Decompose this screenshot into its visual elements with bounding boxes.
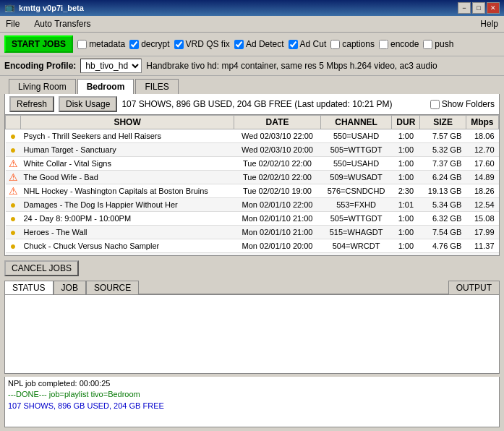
encoding-description: Handbrake tivo hd: mp4 container, same r… [146, 61, 437, 71]
encode-checkbox-group: encode [379, 39, 419, 49]
row-size: 7.54 GB [420, 226, 466, 239]
row-date: Mon 02/01/10 21:00 [234, 226, 321, 239]
tab-output[interactable]: OUTPUT [448, 281, 500, 294]
row-mbps: 15.08 [466, 212, 498, 226]
table-row[interactable]: ● House - Moving the Chains Mon 02/01/10… [6, 253, 499, 257]
captions-checkbox[interactable] [330, 40, 340, 49]
show-folders-label: Show Folders [442, 99, 495, 109]
row-icon: ● [6, 253, 21, 257]
row-show-name: NHL Hockey - Washington Capitals at Bost… [21, 184, 234, 198]
ad-cut-checkbox[interactable] [289, 40, 298, 49]
menu-help[interactable]: Help [477, 17, 501, 30]
cancel-jobs-button[interactable]: CANCEL JOBS [4, 260, 79, 276]
table-row[interactable]: ⚠ NHL Hockey - Washington Capitals at Bo… [6, 184, 499, 198]
row-mbps: 18.06 [466, 129, 498, 143]
window-controls[interactable]: − □ ✕ [458, 2, 500, 14]
col-dur: DUR [392, 116, 420, 129]
row-mbps: 12.54 [466, 198, 498, 212]
output-area[interactable] [4, 294, 500, 374]
encode-checkbox[interactable] [379, 40, 388, 49]
row-dur: 1:00 [392, 253, 420, 257]
decrypt-label: decrypt [141, 39, 169, 49]
row-mbps: 12.70 [466, 143, 498, 157]
table-row[interactable]: ● Heroes - The Wall Mon 02/01/10 21:00 5… [6, 226, 499, 239]
start-jobs-button[interactable]: START JOBS [4, 35, 73, 53]
toolbar: START JOBS metadata decrypt VRD QS fix A… [0, 33, 504, 56]
decrypt-checkbox[interactable] [129, 40, 139, 49]
tab-status[interactable]: STATUS [4, 281, 54, 294]
tab-job[interactable]: JOB [54, 281, 86, 294]
row-dur: 2:30 [392, 184, 420, 198]
ad-detect-label: Ad Detect [246, 39, 284, 49]
vrd-label: VRD QS fix [186, 39, 230, 49]
row-icon: ● [6, 226, 21, 239]
show-count-text: 107 SHOWS, 896 GB USED, 204 GB FREE (Las… [121, 99, 425, 109]
row-channel: 553=FXHD [320, 198, 391, 212]
encoding-row: Encoding Profile: hb_tivo_hd Handbrake t… [0, 56, 504, 76]
tab-source[interactable]: SOURCE [86, 281, 139, 294]
row-icon: ⚠ [6, 157, 21, 171]
menu-file[interactable]: File [3, 17, 22, 30]
row-channel: 515=WHAGDT [320, 226, 391, 239]
vrd-qs-fix-checkbox[interactable] [174, 40, 184, 49]
row-mbps: 17.99 [466, 226, 498, 239]
menu-auto-transfers[interactable]: Auto Transfers [31, 17, 93, 30]
col-icon [6, 116, 21, 129]
list-controls: Refresh Disk Usage 107 SHOWS, 896 GB USE… [4, 94, 500, 115]
table-row[interactable]: ● Psych - Thrill Seekers and Hell Raiser… [6, 129, 499, 143]
encode-label: encode [390, 39, 419, 49]
disk-usage-button[interactable]: Disk Usage [59, 96, 117, 112]
table-row[interactable]: ⚠ The Good Wife - Bad Tue 02/02/10 22:00… [6, 171, 499, 184]
row-size: 6.32 GB [420, 212, 466, 226]
row-date: Mon 02/01/10 22:00 [234, 198, 321, 212]
row-channel: 550=USAHD [320, 157, 391, 171]
row-dur: 1:00 [392, 226, 420, 239]
show-folders-group: Show Folders [430, 99, 495, 109]
title-bar: 📺 kmttg v0p7i_beta − □ ✕ [0, 0, 504, 16]
table-row[interactable]: ● 24 - Day 8: 9:00PM - 10:00PM Mon 02/01… [6, 212, 499, 226]
row-size: 7.57 GB [420, 129, 466, 143]
status-tabs: STATUS JOB SOURCE OUTPUT [4, 281, 500, 294]
row-show-name: White Collar - Vital Signs [21, 157, 234, 171]
table-row[interactable]: ● Chuck - Chuck Versus Nacho Sampler Mon… [6, 239, 499, 253]
push-checkbox[interactable] [423, 40, 432, 49]
encoding-profile-select[interactable]: hb_tivo_hd [80, 59, 142, 73]
row-dur: 1:00 [392, 212, 420, 226]
row-date: Mon 02/01/10 20:00 [234, 253, 321, 257]
tab-files[interactable]: FILES [135, 79, 178, 94]
col-show: SHOW [21, 116, 234, 129]
close-button[interactable]: ✕ [487, 2, 500, 14]
ad-detect-checkbox-group: Ad Detect [234, 39, 284, 49]
metadata-label: metadata [89, 39, 125, 49]
app-icon: 📺 [4, 2, 16, 14]
log-area[interactable]: NPL job completed: 00:00:25 ---DONE--- j… [4, 377, 500, 427]
shows-table-wrapper[interactable]: SHOW DATE CHANNEL DUR SIZE Mbps ● Psych … [4, 115, 500, 256]
table-row[interactable]: ⚠ White Collar - Vital Signs Tue 02/02/1… [6, 157, 499, 171]
shows-table: SHOW DATE CHANNEL DUR SIZE Mbps ● Psych … [5, 115, 499, 256]
push-checkbox-group: push [423, 39, 453, 49]
show-folders-checkbox[interactable] [430, 100, 440, 109]
row-show-name: House - Moving the Chains [21, 253, 234, 257]
refresh-button[interactable]: Refresh [9, 96, 54, 112]
maximize-button[interactable]: □ [472, 2, 485, 14]
row-size: 6.36 GB [420, 253, 466, 257]
ad-detect-checkbox[interactable] [234, 40, 244, 49]
row-mbps: 11.37 [466, 239, 498, 253]
log-line-1: NPL job completed: 00:00:25 [8, 378, 496, 389]
table-row[interactable]: ● Damages - The Dog Is Happier Without H… [6, 198, 499, 212]
row-date: Tue 02/02/10 19:00 [234, 184, 321, 198]
menu-bar: File Auto Transfers Help [0, 16, 504, 33]
col-size: SIZE [420, 116, 466, 129]
tab-living-room[interactable]: Living Room [9, 79, 76, 94]
row-dur: 1:01 [392, 198, 420, 212]
row-dur: 1:00 [392, 157, 420, 171]
row-icon: ● [6, 143, 21, 157]
ad-cut-label: Ad Cut [300, 39, 327, 49]
table-row[interactable]: ● Human Target - Sanctuary Wed 02/03/10 … [6, 143, 499, 157]
row-mbps: 17.60 [466, 157, 498, 171]
minimize-button[interactable]: − [458, 2, 471, 14]
metadata-checkbox[interactable] [77, 40, 87, 49]
row-mbps: 15.17 [466, 253, 498, 257]
row-channel: 576=CSNDCHD [320, 184, 391, 198]
tab-bedroom[interactable]: Bedroom [77, 79, 134, 94]
